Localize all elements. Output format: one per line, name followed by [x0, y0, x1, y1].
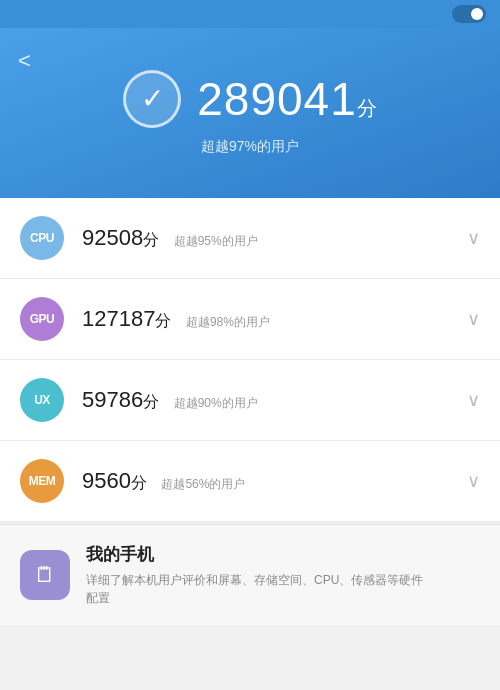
list-item-gpu[interactable]: GPU 127187分 超越98%的用户 ∨ — [0, 279, 500, 360]
ux-score-area: 59786分 超越90%的用户 — [82, 387, 459, 413]
badge-mem: MEM — [20, 459, 64, 503]
back-arrow[interactable]: < — [18, 48, 31, 74]
hero-subtitle: 超越97%的用户 — [201, 138, 299, 156]
score-unit: 分 — [357, 97, 377, 119]
main-score: 289041 — [197, 73, 357, 125]
cpu-score-area: 92508分 超越95%的用户 — [82, 225, 459, 251]
check-icon: ✓ — [141, 85, 164, 113]
phone-icon-wrap: 🗒 — [20, 550, 70, 600]
ux-score-pct: 超越90%的用户 — [174, 396, 258, 410]
cpu-score-pct: 超越95%的用户 — [174, 234, 258, 248]
phone-doc-icon: 🗒 — [34, 562, 56, 588]
check-circle: ✓ — [123, 70, 181, 128]
score-list: CPU 92508分 超越95%的用户 ∨ GPU 127187分 超越98%的… — [0, 198, 500, 522]
badge-cpu: CPU — [20, 216, 64, 260]
badge-ux: UX — [20, 378, 64, 422]
gpu-score-area: 127187分 超越98%的用户 — [82, 306, 459, 332]
phone-title: 我的手机 — [86, 543, 426, 566]
mem-score-area: 9560分 超越56%的用户 — [82, 468, 459, 494]
mem-score-pct: 超越56%的用户 — [161, 477, 245, 491]
main-score-wrap: 289041分 — [197, 72, 377, 126]
ux-chevron-icon: ∨ — [467, 389, 480, 411]
top-bar — [0, 0, 500, 28]
list-item-mem[interactable]: MEM 9560分 超越56%的用户 ∨ — [0, 441, 500, 522]
gpu-score-value: 127187分 — [82, 306, 171, 331]
toggle-switch[interactable] — [452, 5, 486, 23]
ux-score-value: 59786分 — [82, 387, 159, 412]
hero-section: < ✓ 289041分 超越97%的用户 — [0, 28, 500, 198]
score-row: ✓ 289041分 — [123, 70, 377, 128]
gpu-chevron-icon: ∨ — [467, 308, 480, 330]
phone-info: 我的手机 详细了解本机用户评价和屏幕、存储空间、CPU、传感器等硬件配置 — [86, 543, 426, 607]
cpu-score-value: 92508分 — [82, 225, 159, 250]
my-phone-card[interactable]: 🗒 我的手机 详细了解本机用户评价和屏幕、存储空间、CPU、传感器等硬件配置 — [0, 524, 500, 625]
badge-gpu: GPU — [20, 297, 64, 341]
gpu-score-pct: 超越98%的用户 — [186, 315, 270, 329]
mem-score-value: 9560分 — [82, 468, 147, 493]
list-item-ux[interactable]: UX 59786分 超越90%的用户 ∨ — [0, 360, 500, 441]
list-item-cpu[interactable]: CPU 92508分 超越95%的用户 ∨ — [0, 198, 500, 279]
phone-desc: 详细了解本机用户评价和屏幕、存储空间、CPU、传感器等硬件配置 — [86, 571, 426, 607]
mem-chevron-icon: ∨ — [467, 470, 480, 492]
cpu-chevron-icon: ∨ — [467, 227, 480, 249]
